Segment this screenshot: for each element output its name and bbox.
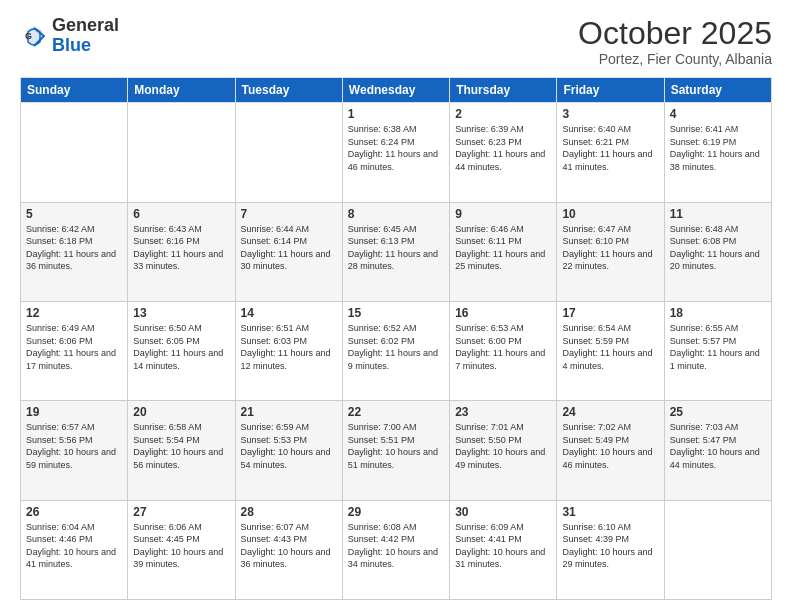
- day-number: 25: [670, 405, 766, 419]
- day-info: Sunrise: 6:40 AM Sunset: 6:21 PM Dayligh…: [562, 123, 658, 173]
- day-number: 18: [670, 306, 766, 320]
- day-info: Sunrise: 6:04 AM Sunset: 4:46 PM Dayligh…: [26, 521, 122, 571]
- logo-text: General Blue: [52, 16, 119, 56]
- day-number: 6: [133, 207, 229, 221]
- day-info: Sunrise: 6:08 AM Sunset: 4:42 PM Dayligh…: [348, 521, 444, 571]
- calendar-cell: 30Sunrise: 6:09 AM Sunset: 4:41 PM Dayli…: [450, 500, 557, 599]
- week-row-4: 19Sunrise: 6:57 AM Sunset: 5:56 PM Dayli…: [21, 401, 772, 500]
- calendar-cell: 26Sunrise: 6:04 AM Sunset: 4:46 PM Dayli…: [21, 500, 128, 599]
- day-info: Sunrise: 7:02 AM Sunset: 5:49 PM Dayligh…: [562, 421, 658, 471]
- day-info: Sunrise: 7:01 AM Sunset: 5:50 PM Dayligh…: [455, 421, 551, 471]
- day-info: Sunrise: 6:53 AM Sunset: 6:00 PM Dayligh…: [455, 322, 551, 372]
- day-info: Sunrise: 6:49 AM Sunset: 6:06 PM Dayligh…: [26, 322, 122, 372]
- calendar-cell: 18Sunrise: 6:55 AM Sunset: 5:57 PM Dayli…: [664, 301, 771, 400]
- day-info: Sunrise: 6:54 AM Sunset: 5:59 PM Dayligh…: [562, 322, 658, 372]
- day-info: Sunrise: 6:07 AM Sunset: 4:43 PM Dayligh…: [241, 521, 337, 571]
- day-number: 7: [241, 207, 337, 221]
- calendar-cell: 22Sunrise: 7:00 AM Sunset: 5:51 PM Dayli…: [342, 401, 449, 500]
- calendar-cell: [664, 500, 771, 599]
- calendar-cell: 11Sunrise: 6:48 AM Sunset: 6:08 PM Dayli…: [664, 202, 771, 301]
- day-info: Sunrise: 6:42 AM Sunset: 6:18 PM Dayligh…: [26, 223, 122, 273]
- day-number: 9: [455, 207, 551, 221]
- svg-text:G: G: [25, 31, 32, 41]
- day-number: 4: [670, 107, 766, 121]
- day-number: 14: [241, 306, 337, 320]
- day-info: Sunrise: 6:47 AM Sunset: 6:10 PM Dayligh…: [562, 223, 658, 273]
- week-row-3: 12Sunrise: 6:49 AM Sunset: 6:06 PM Dayli…: [21, 301, 772, 400]
- calendar-cell: 8Sunrise: 6:45 AM Sunset: 6:13 PM Daylig…: [342, 202, 449, 301]
- calendar-cell: 13Sunrise: 6:50 AM Sunset: 6:05 PM Dayli…: [128, 301, 235, 400]
- calendar-cell: 5Sunrise: 6:42 AM Sunset: 6:18 PM Daylig…: [21, 202, 128, 301]
- logo-icon: G: [20, 22, 48, 50]
- calendar-cell: 28Sunrise: 6:07 AM Sunset: 4:43 PM Dayli…: [235, 500, 342, 599]
- day-number: 13: [133, 306, 229, 320]
- calendar-cell: 10Sunrise: 6:47 AM Sunset: 6:10 PM Dayli…: [557, 202, 664, 301]
- calendar-cell: 9Sunrise: 6:46 AM Sunset: 6:11 PM Daylig…: [450, 202, 557, 301]
- day-info: Sunrise: 6:41 AM Sunset: 6:19 PM Dayligh…: [670, 123, 766, 173]
- calendar-cell: 20Sunrise: 6:58 AM Sunset: 5:54 PM Dayli…: [128, 401, 235, 500]
- week-row-1: 1Sunrise: 6:38 AM Sunset: 6:24 PM Daylig…: [21, 103, 772, 202]
- calendar-cell: [21, 103, 128, 202]
- day-info: Sunrise: 6:59 AM Sunset: 5:53 PM Dayligh…: [241, 421, 337, 471]
- day-number: 5: [26, 207, 122, 221]
- calendar-body: 1Sunrise: 6:38 AM Sunset: 6:24 PM Daylig…: [21, 103, 772, 600]
- logo-blue: Blue: [52, 35, 91, 55]
- day-number: 10: [562, 207, 658, 221]
- day-header-saturday: Saturday: [664, 78, 771, 103]
- day-number: 26: [26, 505, 122, 519]
- day-number: 29: [348, 505, 444, 519]
- day-number: 3: [562, 107, 658, 121]
- day-number: 23: [455, 405, 551, 419]
- calendar-cell: 2Sunrise: 6:39 AM Sunset: 6:23 PM Daylig…: [450, 103, 557, 202]
- day-info: Sunrise: 6:09 AM Sunset: 4:41 PM Dayligh…: [455, 521, 551, 571]
- day-number: 30: [455, 505, 551, 519]
- day-info: Sunrise: 6:55 AM Sunset: 5:57 PM Dayligh…: [670, 322, 766, 372]
- calendar-cell: 19Sunrise: 6:57 AM Sunset: 5:56 PM Dayli…: [21, 401, 128, 500]
- week-row-2: 5Sunrise: 6:42 AM Sunset: 6:18 PM Daylig…: [21, 202, 772, 301]
- logo-text-block: General Blue: [52, 16, 119, 56]
- header: G General Blue October 2025 Portez, Fier…: [20, 16, 772, 67]
- day-header-wednesday: Wednesday: [342, 78, 449, 103]
- location-subtitle: Portez, Fier County, Albania: [578, 51, 772, 67]
- day-number: 19: [26, 405, 122, 419]
- day-number: 31: [562, 505, 658, 519]
- title-block: October 2025 Portez, Fier County, Albani…: [578, 16, 772, 67]
- calendar-cell: 1Sunrise: 6:38 AM Sunset: 6:24 PM Daylig…: [342, 103, 449, 202]
- calendar-cell: 21Sunrise: 6:59 AM Sunset: 5:53 PM Dayli…: [235, 401, 342, 500]
- calendar-cell: 4Sunrise: 6:41 AM Sunset: 6:19 PM Daylig…: [664, 103, 771, 202]
- month-title: October 2025: [578, 16, 772, 51]
- calendar-cell: 25Sunrise: 7:03 AM Sunset: 5:47 PM Dayli…: [664, 401, 771, 500]
- day-info: Sunrise: 6:10 AM Sunset: 4:39 PM Dayligh…: [562, 521, 658, 571]
- day-number: 2: [455, 107, 551, 121]
- day-info: Sunrise: 7:03 AM Sunset: 5:47 PM Dayligh…: [670, 421, 766, 471]
- day-number: 24: [562, 405, 658, 419]
- day-header-thursday: Thursday: [450, 78, 557, 103]
- day-info: Sunrise: 6:48 AM Sunset: 6:08 PM Dayligh…: [670, 223, 766, 273]
- day-info: Sunrise: 6:57 AM Sunset: 5:56 PM Dayligh…: [26, 421, 122, 471]
- calendar-cell: 3Sunrise: 6:40 AM Sunset: 6:21 PM Daylig…: [557, 103, 664, 202]
- calendar-cell: 23Sunrise: 7:01 AM Sunset: 5:50 PM Dayli…: [450, 401, 557, 500]
- calendar-cell: 29Sunrise: 6:08 AM Sunset: 4:42 PM Dayli…: [342, 500, 449, 599]
- day-info: Sunrise: 6:52 AM Sunset: 6:02 PM Dayligh…: [348, 322, 444, 372]
- calendar-cell: [128, 103, 235, 202]
- day-number: 8: [348, 207, 444, 221]
- calendar: SundayMondayTuesdayWednesdayThursdayFrid…: [20, 77, 772, 600]
- day-number: 21: [241, 405, 337, 419]
- calendar-cell: 24Sunrise: 7:02 AM Sunset: 5:49 PM Dayli…: [557, 401, 664, 500]
- day-info: Sunrise: 6:39 AM Sunset: 6:23 PM Dayligh…: [455, 123, 551, 173]
- calendar-cell: 31Sunrise: 6:10 AM Sunset: 4:39 PM Dayli…: [557, 500, 664, 599]
- calendar-cell: 15Sunrise: 6:52 AM Sunset: 6:02 PM Dayli…: [342, 301, 449, 400]
- day-info: Sunrise: 6:46 AM Sunset: 6:11 PM Dayligh…: [455, 223, 551, 273]
- week-row-5: 26Sunrise: 6:04 AM Sunset: 4:46 PM Dayli…: [21, 500, 772, 599]
- day-header-sunday: Sunday: [21, 78, 128, 103]
- day-info: Sunrise: 6:44 AM Sunset: 6:14 PM Dayligh…: [241, 223, 337, 273]
- page: G General Blue October 2025 Portez, Fier…: [0, 0, 792, 612]
- day-number: 28: [241, 505, 337, 519]
- day-info: Sunrise: 6:58 AM Sunset: 5:54 PM Dayligh…: [133, 421, 229, 471]
- day-number: 27: [133, 505, 229, 519]
- day-number: 17: [562, 306, 658, 320]
- day-info: Sunrise: 6:45 AM Sunset: 6:13 PM Dayligh…: [348, 223, 444, 273]
- calendar-cell: 7Sunrise: 6:44 AM Sunset: 6:14 PM Daylig…: [235, 202, 342, 301]
- calendar-cell: 6Sunrise: 6:43 AM Sunset: 6:16 PM Daylig…: [128, 202, 235, 301]
- day-info: Sunrise: 6:06 AM Sunset: 4:45 PM Dayligh…: [133, 521, 229, 571]
